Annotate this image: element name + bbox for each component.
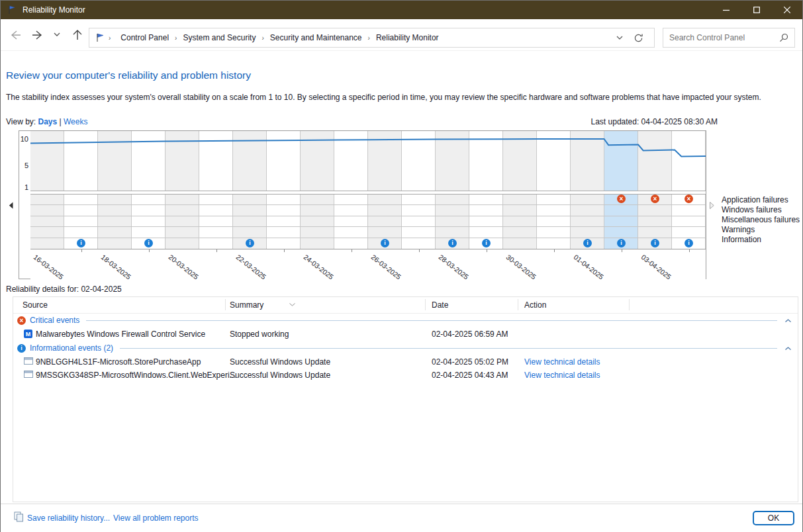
ok-button[interactable]: OK: [753, 511, 794, 525]
app-window-icon: [24, 371, 33, 378]
recent-pages-chevron-icon[interactable]: [54, 32, 60, 36]
event-source: 9MSSGKG348SP-MicrosoftWindows.Client.Web…: [36, 371, 236, 380]
legend-item: Windows failures: [722, 205, 800, 215]
column-divider[interactable]: [225, 299, 226, 310]
address-bar[interactable]: › Control Panel›System and Security›Secu…: [89, 28, 655, 48]
x-axis-date-label: 26-03-2025: [370, 253, 403, 281]
information-event-icon[interactable]: i: [144, 239, 153, 247]
event-row[interactable]: 9MSSGKG348SP-MicrosoftWindows.Client.Web…: [13, 369, 798, 382]
search-box: [663, 28, 795, 48]
information-event-icon[interactable]: i: [617, 239, 626, 247]
x-axis-date-label: 03-04-2025: [640, 253, 673, 281]
event-row-gridline: [30, 216, 706, 216]
up-icon[interactable]: [71, 28, 84, 42]
navigation-bar: › Control Panel›System and Security›Secu…: [1, 19, 802, 51]
window-controls: [711, 1, 802, 19]
view-by-label: View by:: [6, 117, 36, 126]
search-input[interactable]: [663, 33, 779, 42]
event-summary: Stopped working: [230, 330, 289, 339]
save-reliability-history-link[interactable]: Save reliability history...: [27, 513, 110, 523]
view-technical-details-link[interactable]: View technical details: [524, 371, 600, 380]
x-axis-date-label: 16-03-2025: [32, 253, 66, 281]
details-table-body: ×Critical eventsMMalwarebytes Windows Fi…: [13, 313, 798, 382]
information-event-icon[interactable]: i: [685, 239, 693, 247]
breadcrumb-separator-icon: ›: [365, 34, 373, 42]
column-header-source[interactable]: Source: [23, 300, 48, 310]
details-table-header: SourceSummaryDateAction: [13, 297, 798, 314]
column-divider[interactable]: [518, 299, 518, 310]
column-divider[interactable]: [425, 299, 426, 310]
x-axis-tick: [419, 249, 420, 252]
last-updated-label: Last updated: 04-04-2025 08:30 AM: [591, 117, 718, 126]
breadcrumb-item[interactable]: Reliability Monitor: [373, 33, 442, 42]
breadcrumb-item[interactable]: Security and Maintenance: [267, 33, 365, 42]
collapse-chevron-icon[interactable]: [785, 347, 791, 350]
stability-line: [30, 131, 706, 191]
malwarebytes-app-icon: M: [24, 330, 32, 338]
address-dropdown-chevron-icon[interactable]: [616, 36, 623, 40]
information-event-icon[interactable]: i: [651, 239, 659, 247]
x-axis-tick: [284, 249, 285, 252]
minimize-button[interactable]: [711, 1, 741, 19]
application-failure-error-icon[interactable]: ×: [617, 195, 626, 203]
information-event-icon[interactable]: i: [246, 239, 254, 247]
y-axis: 1051: [19, 131, 31, 249]
x-axis-date-label: 01-04-2025: [573, 253, 606, 281]
view-by-separator: |: [60, 117, 62, 126]
details-table: SourceSummaryDateAction ×Critical events…: [13, 296, 798, 502]
stability-chart: 1051 ×××iiiiiiiiii 16-03-202518-03-20252…: [19, 130, 706, 279]
back-icon[interactable]: [9, 28, 22, 42]
forward-icon[interactable]: [31, 28, 44, 42]
legend-item: Warnings: [722, 225, 800, 235]
information-event-icon[interactable]: i: [381, 239, 389, 247]
event-row[interactable]: MMalwarebytes Windows Firewall Control S…: [13, 328, 798, 341]
application-failure-error-icon[interactable]: ×: [685, 195, 693, 203]
information-event-icon[interactable]: i: [482, 239, 491, 247]
application-failure-error-icon[interactable]: ×: [651, 195, 659, 203]
event-date: 02-04-2025 06:59 AM: [432, 330, 508, 339]
breadcrumb-item[interactable]: System and Security: [180, 33, 258, 42]
chart-scroll-right-icon[interactable]: [710, 200, 714, 212]
breadcrumb-separator-icon: ›: [105, 34, 114, 42]
view-by-days-link[interactable]: Days: [38, 117, 57, 126]
view-technical-details-link[interactable]: View technical details: [524, 357, 600, 367]
footer-bar: Save reliability history... View all pro…: [1, 504, 802, 532]
search-icon[interactable]: [779, 33, 788, 42]
column-header-action[interactable]: Action: [524, 300, 546, 310]
y-axis-tick-label: 1: [24, 183, 28, 191]
legend-item: Application failures: [722, 195, 800, 205]
event-group-header[interactable]: ×Critical events: [13, 313, 798, 328]
event-source: Malwarebytes Windows Firewall Control Se…: [36, 330, 205, 339]
view-all-problem-reports-link[interactable]: View all problem reports: [113, 513, 199, 523]
event-source: 9NBLGGH4LS1F-Microsoft.StorePurchaseApp: [36, 357, 201, 367]
information-event-icon[interactable]: i: [583, 239, 592, 247]
close-button[interactable]: [772, 1, 802, 19]
chart-scroll-left-icon[interactable]: [9, 200, 13, 212]
column-header-date[interactable]: Date: [432, 300, 448, 310]
maximize-button[interactable]: [741, 1, 772, 19]
event-row-gridline: [30, 238, 706, 238]
event-row-gridline: [30, 204, 706, 205]
view-by-weeks-link[interactable]: Weeks: [64, 117, 87, 126]
refresh-icon[interactable]: [634, 33, 643, 43]
x-axis-tick: [81, 249, 82, 252]
critical-events-icon: ×: [17, 316, 26, 325]
event-row-legend: Application failuresWindows failuresMisc…: [722, 195, 800, 245]
collapse-chevron-icon[interactable]: [785, 319, 791, 322]
x-axis-tick: [689, 249, 690, 252]
legend-item: Information: [722, 235, 800, 245]
chart-separator: [30, 191, 706, 195]
app-flag-icon: [7, 5, 17, 15]
x-axis-tick: [352, 249, 352, 252]
information-event-icon[interactable]: i: [448, 239, 457, 247]
event-summary: Successful Windows Update: [230, 371, 330, 380]
event-row-gridline: [30, 226, 706, 227]
column-divider[interactable]: [629, 299, 630, 310]
event-row[interactable]: 9NBLGGH4LS1F-Microsoft.StorePurchaseAppS…: [13, 355, 798, 369]
event-group-header[interactable]: iInformational events (2): [13, 341, 798, 355]
group-rule: [86, 320, 777, 321]
breadcrumb-item[interactable]: Control Panel: [118, 33, 171, 42]
information-event-icon[interactable]: i: [77, 239, 85, 247]
x-axis-tick: [149, 249, 150, 252]
column-header-summary[interactable]: Summary: [230, 300, 263, 310]
